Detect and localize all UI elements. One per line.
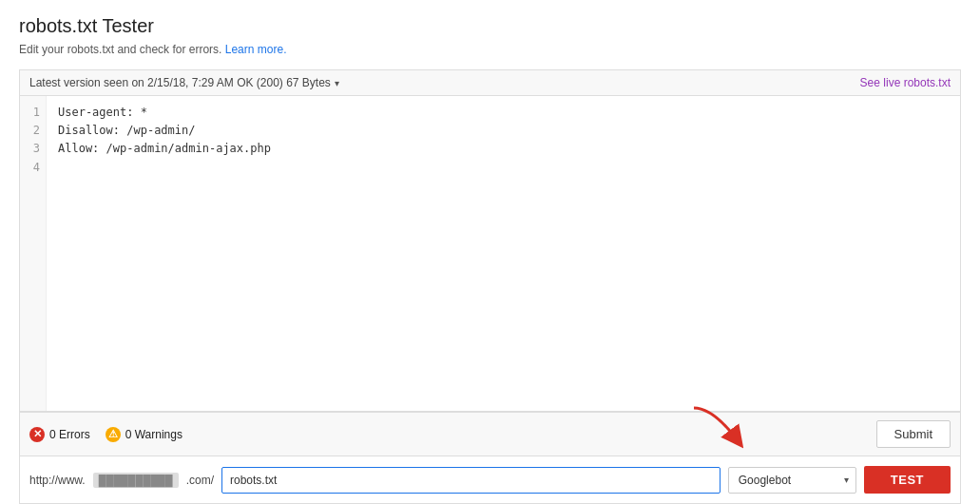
code-editor[interactable]: User-agent: * Disallow: /wp-admin/ Allow… (47, 96, 960, 411)
warning-status: ⚠ 0 Warnings (106, 427, 183, 442)
line-number: 2 (26, 122, 40, 140)
line-number: 3 (26, 140, 40, 158)
line-number: 4 (26, 159, 40, 177)
version-info: Latest version seen on 2/15/18, 7:29 AM … (29, 76, 339, 89)
line-numbers: 1 2 3 4 (20, 96, 47, 411)
errors-label: 0 Errors (49, 428, 90, 441)
test-button[interactable]: TEST (864, 466, 951, 494)
warnings-label: 0 Warnings (125, 428, 183, 441)
url-prefix: http://www. (29, 474, 86, 487)
learn-more-link[interactable]: Learn more. (225, 43, 287, 56)
page-wrapper: robots.txt Tester Edit your robots.txt a… (0, 0, 980, 504)
error-status: ✕ 0 Errors (29, 427, 90, 442)
editor-area: 1 2 3 4 User-agent: * Disallow: /wp-admi… (19, 95, 961, 412)
url-input[interactable] (221, 467, 721, 494)
line-number: 1 (26, 104, 40, 122)
error-icon: ✕ (29, 427, 45, 442)
version-dropdown-icon[interactable]: ▾ (335, 78, 339, 88)
editor-content: 1 2 3 4 User-agent: * Disallow: /wp-admi… (20, 96, 960, 411)
url-dot-com: .com/ (186, 474, 214, 487)
version-text: Latest version seen on 2/15/18, 7:29 AM … (29, 76, 331, 89)
page-title: robots.txt Tester (19, 15, 961, 37)
bot-select[interactable]: Googlebot Googlebot-Image Googlebot-Vide… (728, 467, 856, 494)
subtitle: Edit your robots.txt and check for error… (19, 43, 961, 56)
status-bar: ✕ 0 Errors ⚠ 0 Warnings Submit (19, 412, 961, 456)
status-left: ✕ 0 Errors ⚠ 0 Warnings (29, 427, 183, 442)
see-live-link[interactable]: See live robots.txt (860, 76, 951, 89)
subtitle-text: Edit your robots.txt and check for error… (19, 43, 221, 56)
version-bar: Latest version seen on 2/15/18, 7:29 AM … (19, 69, 961, 95)
warning-icon: ⚠ (106, 427, 121, 442)
url-middle: ██████████ (93, 473, 179, 488)
submit-button[interactable]: Submit (876, 420, 951, 448)
url-bar: http://www. ██████████ .com/ Googlebot G… (19, 456, 961, 504)
bot-select-wrapper: Googlebot Googlebot-Image Googlebot-Vide… (728, 467, 856, 494)
